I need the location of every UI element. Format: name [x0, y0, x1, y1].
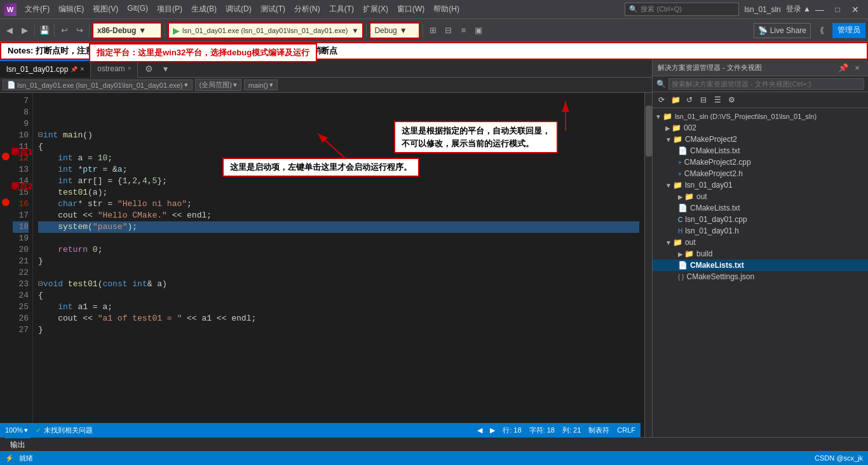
user-login[interactable]: 登录 ▲	[786, 4, 811, 15]
solution-explorer-panel: 解决方案资源管理器 - 文件夹视图 📌 × 🔍 ⟳ 📁 ↺ ⊟ ☰ ⚙	[652, 60, 868, 440]
tree-cmake2[interactable]: ▼ 📁 CMakeProject2	[653, 134, 868, 145]
tree-out-cmake-settings[interactable]: { } CMakeSettings.json	[653, 271, 868, 282]
cmake2-cpp-label: CMakeProject2.cpp	[684, 158, 751, 167]
annotation-platform: 指定平台：这里是win32平台，选择debug模式编译及运行	[89, 43, 317, 62]
scroll-right[interactable]: ▶	[490, 426, 495, 434]
menu-tools[interactable]: 工具(T)	[325, 3, 358, 16]
tree-002[interactable]: ▶ 📁 002	[653, 122, 868, 134]
tb-icon4[interactable]: ▣	[471, 24, 485, 38]
menu-analyze[interactable]: 分析(N)	[290, 3, 325, 16]
se-tb-collapse[interactable]: ⊟	[697, 94, 710, 106]
tree-day01[interactable]: ▼ 📁 lsn_01_day01	[653, 179, 868, 191]
menu-help[interactable]: 帮助(H)	[429, 3, 464, 16]
folder-002-label: 002	[684, 123, 696, 132]
menu-git[interactable]: Git(G)	[123, 3, 153, 16]
search-box[interactable]: 🔍 搜索 (Ctrl+Q)	[625, 3, 739, 16]
day01-lists-label: CMakeLists.txt	[690, 204, 740, 212]
tree-day01-lists[interactable]: 📄 CMakeLists.txt	[653, 202, 868, 214]
tree-cmake2-h[interactable]: + CMakeProject2.h	[653, 168, 868, 179]
debug-mode-label: Debug	[374, 26, 397, 35]
code-line-27: }	[38, 324, 639, 336]
code-line-19	[38, 233, 639, 244]
tb-icon1[interactable]: ⊞	[426, 24, 440, 38]
se-tb-filter[interactable]: ☰	[711, 94, 724, 106]
ready-label: 就绪	[19, 454, 33, 463]
tree-day01-cpp[interactable]: C lsn_01_day01.cpp	[653, 214, 868, 225]
tb-icon2[interactable]: ⊟	[441, 24, 455, 38]
se-tb-sync[interactable]: ⟳	[655, 94, 668, 106]
menu-window[interactable]: 窗口(W)	[393, 3, 429, 16]
menu-debug[interactable]: 调试(D)	[221, 3, 256, 16]
tb-ext-icon[interactable]: ⟪	[815, 24, 829, 38]
debug-arrow: ▼	[400, 26, 407, 35]
win-minimize[interactable]: —	[811, 1, 829, 18]
debug-dropdown[interactable]: Debug ▼	[369, 22, 420, 39]
tree-cmake2-lists[interactable]: 📄 CMakeLists.txt	[653, 145, 868, 156]
tb-sep2	[54, 24, 55, 37]
sb-col: 列: 21	[562, 426, 581, 435]
se-tb-new-folder[interactable]: 📁	[669, 94, 682, 106]
win-maximize[interactable]: □	[829, 1, 846, 18]
tab-main-close[interactable]: ×	[80, 66, 84, 73]
win-close[interactable]: ✕	[846, 1, 864, 18]
tree-cmake2-cpp[interactable]: + CMakeProject2.cpp	[653, 156, 868, 168]
arrow-auto	[553, 95, 616, 134]
liveshare-label: Live Share	[770, 26, 806, 35]
tree-day01-h[interactable]: H lsn_01_day01.h	[653, 225, 868, 237]
file-path-dropdown[interactable]: 📄 lsn_01_day01.exe (lsn_01_day01\lsn_01_…	[3, 80, 193, 90]
file-path-arrow: ▾	[184, 81, 188, 89]
tb-forward[interactable]: ▶	[18, 24, 32, 38]
tree-day01-out[interactable]: ▶ 📁 out	[653, 191, 868, 202]
tb-sep1	[34, 24, 35, 37]
tb-undo[interactable]: ↩	[57, 24, 71, 38]
main-area: lsn_01_day01.cpp 📌 × ostream × ⚙ ▾ 📄 lsn…	[0, 60, 868, 440]
tab-main[interactable]: lsn_01_day01.cpp 📌 ×	[0, 60, 91, 78]
platform-arrow: ▼	[139, 26, 146, 35]
breakpoint-gutter[interactable]	[0, 93, 11, 440]
menu-project[interactable]: 项目(P)	[153, 3, 187, 16]
menu-edit[interactable]: 编辑(E)	[54, 3, 88, 16]
cmake2-label: CMakeProject2	[685, 135, 737, 144]
scroll-left[interactable]: ◀	[477, 426, 482, 434]
menu-view[interactable]: 视图(V)	[88, 3, 123, 16]
se-tb-settings[interactable]: ⚙	[725, 94, 738, 106]
scope-dropdown[interactable]: (全局范围) ▾	[195, 79, 241, 91]
liveshare-icon: 📡	[758, 26, 768, 35]
admin-button[interactable]: 管理员	[832, 23, 865, 38]
platform-dropdown[interactable]: x86-Debug ▼	[92, 22, 162, 39]
output-tab[interactable]: 输出	[5, 437, 31, 452]
tree-out[interactable]: ▼ 📁 out	[653, 237, 868, 248]
tb-icon3[interactable]: ≡	[456, 24, 470, 38]
se-tb-refresh[interactable]: ↺	[683, 94, 696, 106]
editor-toolbar: 📄 lsn_01_day01.exe (lsn_01_day01\lsn_01_…	[0, 78, 652, 93]
ready-icon: ⚡	[5, 454, 14, 462]
liveshare-button[interactable]: 📡 Live Share	[754, 23, 811, 38]
se-search-input[interactable]	[668, 78, 864, 90]
tab-secondary-label: ostream	[97, 64, 125, 73]
menu-test[interactable]: 测试(T)	[256, 3, 290, 16]
tb-back[interactable]: ◀	[3, 24, 17, 38]
menu-extensions[interactable]: 扩展(X)	[358, 3, 393, 16]
tree-out-build[interactable]: ▶ 📁 build	[653, 248, 868, 260]
menu-file[interactable]: 文件(F)	[20, 3, 54, 16]
tb-save-all[interactable]: 💾	[37, 24, 51, 38]
se-pin-btn[interactable]: 📌	[837, 62, 849, 74]
tab-secondary-close[interactable]: ×	[128, 65, 132, 72]
menu-build[interactable]: 生成(B)	[187, 3, 221, 16]
se-close-btn[interactable]: ×	[851, 62, 863, 74]
csdn-label: CSDN @scx_jk	[815, 454, 863, 462]
startup-arrow: ▼	[352, 27, 359, 34]
breakpoint-1[interactable]	[2, 153, 10, 160]
function-dropdown[interactable]: main() ▾	[244, 80, 278, 90]
breakpoint-2[interactable]	[2, 198, 10, 206]
code-line-15: test01(a);	[38, 187, 639, 198]
tb-sep5	[366, 24, 367, 37]
vertical-scrollbar[interactable]	[644, 93, 652, 440]
tree-out-lists[interactable]: 📄 CMakeLists.txt	[653, 260, 868, 271]
day01-cpp-label: lsn_01_day01.cpp	[685, 215, 747, 224]
day01-out-label: out	[696, 192, 707, 201]
function-label: main()	[248, 81, 268, 89]
tree-solution[interactable]: ▼ 📁 lsn_01_sln (D:\VS_Project\lsn_01\lsn…	[653, 111, 868, 122]
zoom-level[interactable]: 100% ▾	[5, 426, 28, 434]
tb-redo[interactable]: ↪	[72, 24, 86, 38]
